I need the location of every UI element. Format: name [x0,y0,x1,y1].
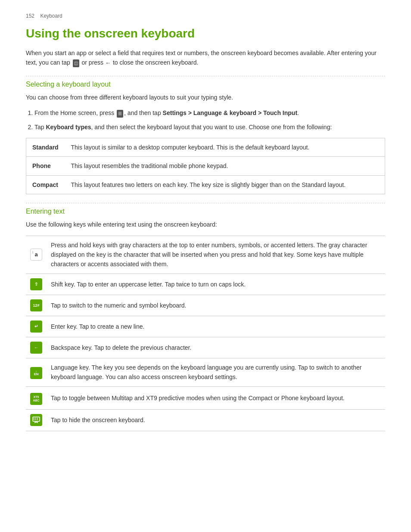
section2-title: Entering text [26,208,385,215]
svg-rect-5 [35,419,36,420]
key-cell: ← [26,337,47,358]
hide-keyboard-key-icon [30,414,42,426]
table-row: 12# Tap to switch to the numeric and sym… [26,295,385,316]
breadcrumb: 152 Keyboard [26,13,385,19]
svg-rect-6 [37,419,38,420]
entering-text-desc: Press and hold keys with gray characters… [47,236,385,274]
xt9-key-icon: XT9 ABC [30,393,42,405]
table-row: ⇧ Shift key. Tap to enter an uppercase l… [26,274,385,295]
letter-a-key-icon: 1 a [30,249,42,261]
step-1: From the Home screen, press ☰, and then … [34,108,385,118]
table-row: Compact This layout features two letters… [26,175,385,194]
key-cell [26,409,47,431]
key-cell: ⇧ [26,274,47,295]
key-cell: 1 a [26,236,47,274]
table-row: ↓ EN Language key. The key you see depen… [26,358,385,386]
table-row: Standard This layout is similar to a des… [26,138,385,157]
table-cell-key: Standard [26,138,65,157]
steps-list: From the Home screen, press ☰, and then … [34,108,385,132]
table-row: Phone This layout resembles the traditio… [26,157,385,175]
section2-divider [26,203,385,203]
page-number: 152 [26,13,34,19]
svg-rect-1 [34,418,34,419]
entering-text-desc: Shift key. Tap to enter an uppercase let… [47,274,385,295]
backspace-key-icon: ← [30,342,42,354]
table-cell-desc: This layout resembles the traditional mo… [65,157,385,175]
numeric-key-icon: 12# [30,299,42,311]
enter-key-icon: ↵ [30,320,42,333]
keyboard-icon: ◫ [73,59,79,67]
table-row: XT9 ABC Tap to toggle between Multitap a… [26,386,385,409]
key-cell: ↓ EN [26,358,47,386]
entering-text-desc: Tap to toggle between Multitap and XT9 p… [47,386,385,409]
table-row: 1 a Press and hold keys with gray charac… [26,236,385,274]
table-row: Tap to hide the onscreen keyboard. [26,409,385,431]
table-cell-key: Phone [26,157,65,175]
page-title: Using the onscreen keyboard [26,27,385,40]
key-cell: XT9 ABC [26,386,47,409]
back-arrow-icon: ← [105,58,111,68]
svg-rect-3 [37,418,38,419]
entering-text-desc: Tap to hide the onscreen keyboard. [47,409,385,431]
table-cell-key: Compact [26,175,65,194]
svg-rect-4 [34,419,34,420]
key-cell: 12# [26,295,47,316]
key-cell: ↵ [26,316,47,337]
table-row: ← Backspace key. Tap to delete the previ… [26,337,385,358]
step-2: Tap Keyboard types, and then select the … [34,122,385,132]
svg-rect-2 [35,418,36,419]
entering-text-desc: Language key. The key you see depends on… [47,358,385,386]
section1-intro: You can choose from three different keyb… [26,93,385,102]
intro-paragraph: When you start an app or select a field … [26,48,385,68]
section1-divider [26,76,385,76]
keyboard-layout-table: Standard This layout is similar to a des… [26,138,385,194]
entering-text-desc: Backspace key. Tap to delete the previou… [47,337,385,358]
table-row: ↵ Enter key. Tap to create a new line. [26,316,385,337]
shift-key-icon: ⇧ [30,278,42,290]
entering-text-desc: Enter key. Tap to create a new line. [47,316,385,337]
section1-title: Selecting a keyboard layout [26,81,385,88]
entering-text-desc: Tap to switch to the numeric and symbol … [47,295,385,316]
menu-icon: ☰ [117,110,123,118]
language-key-icon: ↓ EN [30,367,42,379]
table-cell-desc: This layout features two letters on each… [65,175,385,194]
page-label: Keyboard [40,13,62,19]
entering-text-table: 1 a Press and hold keys with gray charac… [26,236,385,432]
table-cell-desc: This layout is similar to a desktop comp… [65,138,385,157]
section2-intro: Use the following keys while entering te… [26,220,385,229]
